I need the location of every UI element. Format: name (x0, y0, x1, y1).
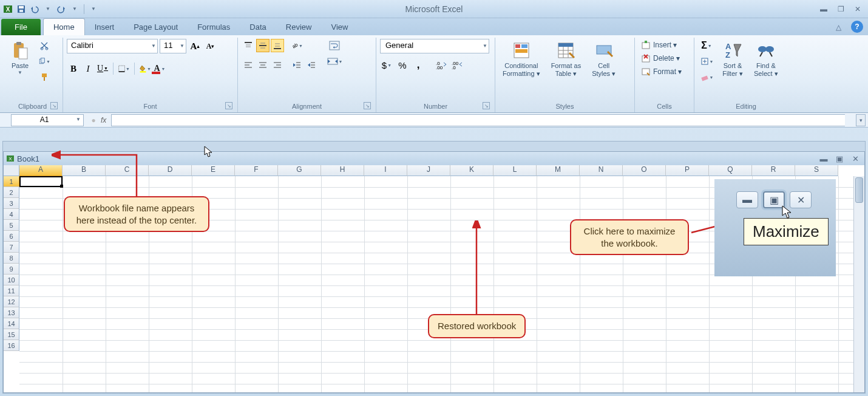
column-header[interactable]: K (450, 165, 493, 176)
column-header[interactable]: H (321, 165, 364, 176)
increase-decimal-icon[interactable]: .0.00 (435, 58, 448, 72)
column-header[interactable]: A (19, 165, 63, 176)
workbook-minimize-icon[interactable]: ▬ (817, 154, 830, 163)
selected-cell[interactable] (19, 176, 63, 187)
workbook-title-bar[interactable]: X Book1 ▬ ▣ ✕ (4, 152, 864, 165)
number-dialog-launcher-icon[interactable]: ↘ (483, 102, 490, 109)
delete-cells-button[interactable]: Delete ▾ (639, 52, 684, 64)
row-header[interactable]: 7 (4, 242, 19, 253)
row-header[interactable]: 12 (4, 296, 19, 307)
minimize-window-icon[interactable]: ▬ (817, 4, 830, 14)
column-header[interactable]: S (795, 165, 838, 176)
fx-icon[interactable]: fx (101, 116, 106, 125)
tab-page-layout[interactable]: Page Layout (124, 19, 188, 35)
undo-dropdown-icon[interactable]: ▼ (42, 4, 53, 15)
tab-review[interactable]: Review (276, 19, 322, 35)
fill-color-icon[interactable]: ▼ (138, 62, 152, 75)
tab-insert[interactable]: Insert (85, 19, 124, 35)
column-header[interactable]: I (364, 165, 407, 176)
align-center-icon[interactable] (256, 58, 270, 72)
column-header[interactable]: O (623, 165, 666, 176)
grow-font-icon[interactable]: A▴ (188, 39, 202, 53)
merge-center-icon[interactable]: ▼ (325, 55, 344, 68)
workbook-maximize-icon[interactable]: ▣ (833, 154, 846, 163)
row-header[interactable]: 15 (4, 329, 19, 340)
tab-home[interactable]: Home (43, 18, 85, 35)
font-dialog-launcher-icon[interactable]: ↘ (225, 102, 232, 109)
column-header[interactable]: F (235, 165, 278, 176)
workbook-close-icon[interactable]: ✕ (849, 154, 862, 163)
font-name-select[interactable]: Calibri ▼ (67, 39, 158, 53)
column-header[interactable]: G (278, 165, 321, 176)
comma-format-icon[interactable]: , (412, 58, 425, 72)
insert-cells-button[interactable]: Insert ▾ (639, 39, 684, 51)
row-header[interactable]: 8 (4, 253, 19, 264)
fill-handle[interactable] (60, 185, 63, 188)
column-header[interactable]: N (580, 165, 623, 176)
align-bottom-icon[interactable] (271, 39, 284, 52)
conditional-formatting-button[interactable]: Conditional Formatting ▾ (499, 39, 544, 79)
shrink-font-icon[interactable]: A▾ (203, 39, 217, 53)
expand-formula-bar-icon[interactable]: ▾ (856, 114, 866, 126)
borders-icon[interactable]: ▼ (117, 62, 131, 75)
qat-customize-icon[interactable]: ▼ (88, 4, 99, 15)
increase-indent-icon[interactable] (305, 58, 318, 72)
align-top-icon[interactable] (242, 39, 255, 52)
font-size-select[interactable]: 11 ▼ (160, 39, 186, 53)
column-header[interactable]: L (493, 165, 537, 176)
column-header[interactable]: R (752, 165, 795, 176)
clipboard-dialog-launcher-icon[interactable]: ↘ (50, 102, 58, 109)
row-header[interactable]: 5 (4, 220, 19, 231)
tab-data[interactable]: Data (240, 19, 276, 35)
orientation-icon[interactable]: ab▼ (290, 39, 303, 52)
close-window-icon[interactable]: ✕ (851, 4, 864, 14)
format-painter-icon[interactable] (38, 70, 51, 84)
align-middle-icon[interactable] (256, 39, 270, 52)
decrease-indent-icon[interactable] (290, 58, 303, 72)
column-header[interactable]: J (407, 165, 450, 176)
restore-window-icon[interactable]: ❐ (834, 4, 847, 14)
formula-input[interactable] (111, 114, 845, 126)
bold-button[interactable]: B (67, 62, 80, 75)
sort-filter-button[interactable]: AZ Sort & Filter ▾ (719, 39, 747, 79)
cancel-formula-icon[interactable]: ● (89, 116, 98, 125)
font-color-icon[interactable]: A▼ (153, 62, 166, 75)
copy-icon[interactable]: ▼ (38, 55, 51, 68)
format-as-table-button[interactable]: Format as Table ▾ (548, 39, 585, 79)
column-header[interactable]: D (149, 165, 192, 176)
find-select-button[interactable]: Find & Select ▾ (750, 39, 782, 79)
tab-formulas[interactable]: Formulas (188, 19, 240, 35)
percent-format-icon[interactable]: % (396, 58, 409, 72)
accounting-format-icon[interactable]: $▼ (380, 58, 393, 72)
tab-file[interactable]: File (1, 19, 41, 35)
row-header[interactable]: 4 (4, 209, 19, 220)
column-header[interactable]: Q (709, 165, 752, 176)
autosum-icon[interactable]: Σ▼ (698, 39, 715, 52)
align-right-icon[interactable] (271, 58, 284, 72)
row-header[interactable]: 1 (4, 176, 19, 187)
minimize-ribbon-icon[interactable]: △ (836, 23, 841, 32)
save-icon[interactable] (16, 4, 27, 15)
cut-icon[interactable] (38, 39, 51, 52)
number-format-select[interactable]: General ▼ (380, 39, 489, 53)
vertical-scrollbar[interactable] (853, 176, 864, 392)
italic-button[interactable]: I (81, 62, 95, 75)
align-left-icon[interactable] (242, 58, 255, 72)
clear-icon[interactable]: ▼ (698, 70, 715, 84)
column-header[interactable]: M (537, 165, 580, 176)
column-header[interactable]: E (192, 165, 235, 176)
tab-view[interactable]: View (321, 19, 358, 35)
row-header[interactable]: 3 (4, 198, 19, 209)
undo-icon[interactable] (29, 4, 40, 15)
scrollbar-thumb[interactable] (855, 177, 863, 203)
column-header[interactable]: C (106, 165, 149, 176)
column-header[interactable]: P (666, 165, 709, 176)
alignment-dialog-launcher-icon[interactable]: ↘ (364, 102, 371, 109)
name-box[interactable]: A1 ▼ (0, 114, 84, 126)
column-header[interactable]: B (63, 165, 106, 176)
select-all-box[interactable] (4, 165, 19, 176)
row-header[interactable]: 10 (4, 275, 19, 285)
row-header[interactable]: 13 (4, 307, 19, 318)
underline-button[interactable]: U▼ (96, 62, 109, 75)
paste-button[interactable]: Paste ▼ (6, 39, 34, 77)
